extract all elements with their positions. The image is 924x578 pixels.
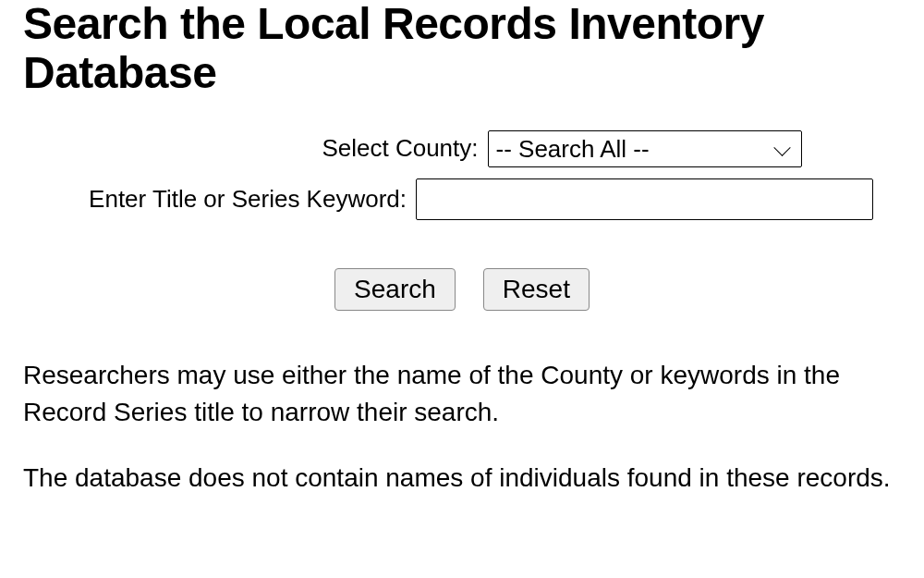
county-select-wrap: -- Search All --: [488, 130, 802, 167]
page-title: Search the Local Records Inventory Datab…: [23, 0, 901, 98]
county-row: Select County: -- Search All --: [123, 130, 802, 167]
keyword-input[interactable]: [416, 178, 873, 220]
county-select[interactable]: -- Search All --: [488, 130, 802, 167]
info-paragraph-2: The database does not contain names of i…: [23, 460, 901, 498]
info-paragraph-1: Researchers may use either the name of t…: [23, 357, 901, 432]
keyword-label: Enter Title or Series Keyword:: [51, 185, 416, 214]
county-label: Select County:: [123, 134, 488, 163]
search-form: Select County: -- Search All -- Enter Ti…: [23, 130, 901, 311]
button-row: Search Reset: [334, 268, 590, 311]
keyword-row: Enter Title or Series Keyword:: [51, 178, 873, 220]
reset-button[interactable]: Reset: [483, 268, 590, 311]
search-button[interactable]: Search: [334, 268, 456, 311]
